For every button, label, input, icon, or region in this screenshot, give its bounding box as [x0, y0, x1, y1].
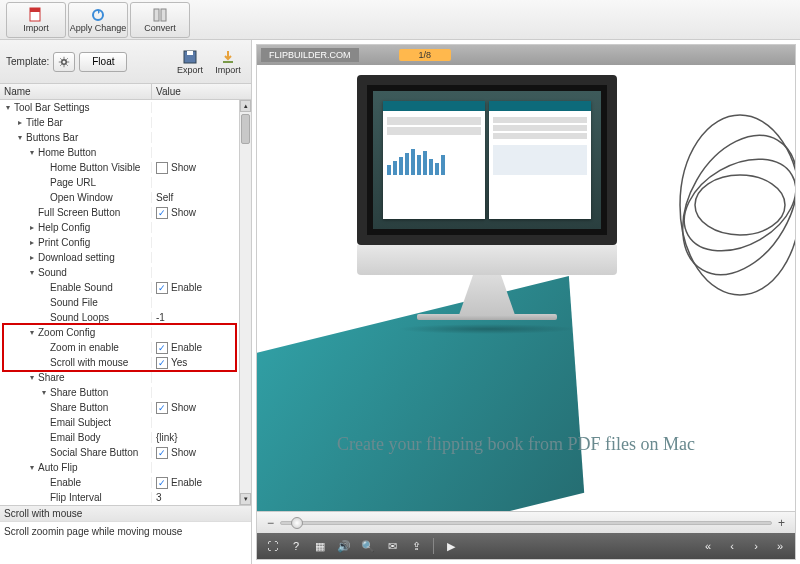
refresh-icon — [90, 7, 106, 23]
tree-row[interactable]: ▾Home Button — [0, 145, 251, 160]
import-button[interactable]: Import — [6, 2, 66, 38]
preview-toolbar: ⛶ ? ▦ 🔊 🔍 ✉ ⇪ ▶ « ‹ › » — [257, 533, 795, 559]
export-button[interactable]: Export — [173, 49, 207, 75]
tree-row[interactable]: ▾Auto Flip — [0, 460, 251, 475]
tree-row[interactable]: ▸Help Config — [0, 220, 251, 235]
tagline-text: Create your flipping book from PDF files… — [337, 434, 785, 455]
tree-row[interactable]: ▸Title Bar — [0, 115, 251, 130]
svg-rect-4 — [161, 9, 166, 21]
gear-icon — [58, 56, 70, 68]
tree-row[interactable]: ▸Print Config — [0, 235, 251, 250]
tree-row[interactable]: Sound File — [0, 295, 251, 310]
mail-icon[interactable]: ✉ — [385, 540, 399, 553]
svg-point-10 — [665, 115, 795, 295]
checkbox[interactable]: ✓ — [156, 207, 168, 219]
play-icon[interactable]: ▶ — [444, 540, 458, 553]
tree-scrollbar[interactable]: ▴ ▾ — [239, 100, 251, 505]
tree-header: Name Value — [0, 84, 251, 100]
spiral-decoration — [665, 105, 795, 305]
svg-point-5 — [62, 59, 67, 64]
brand-label: FLIPBUILDER.COM — [261, 48, 359, 62]
import-icon — [220, 49, 236, 65]
tree-row[interactable]: ▾Share — [0, 370, 251, 385]
fullscreen-icon[interactable]: ⛶ — [265, 540, 279, 552]
tree-row[interactable]: Social Share Button✓Show — [0, 445, 251, 460]
tree-row[interactable]: ▸Download setting — [0, 250, 251, 265]
checkbox[interactable]: ✓ — [156, 447, 168, 459]
template-bar: Template: Float Export Import — [0, 40, 251, 84]
zoom-slider[interactable] — [280, 521, 772, 525]
settings-tree: ▾Tool Bar Settings▸Title Bar▾Buttons Bar… — [0, 100, 251, 505]
first-page-icon[interactable]: « — [701, 540, 715, 552]
hint-body: Scroll zoomin page while moving mouse — [0, 522, 251, 564]
prev-page-icon[interactable]: ‹ — [725, 540, 739, 552]
tree-row[interactable]: Full Screen Button✓Show — [0, 205, 251, 220]
page-indicator[interactable]: 1/8 — [399, 49, 452, 61]
preview-header: FLIPBUILDER.COM 1/8 — [257, 45, 795, 65]
tree-row[interactable]: Flip Interval3 — [0, 490, 251, 505]
next-page-icon[interactable]: › — [749, 540, 763, 552]
pdf-icon — [28, 7, 44, 23]
preview-pane: FLIPBUILDER.COM 1/8 — [256, 44, 796, 560]
tree-row[interactable]: ▾Sound — [0, 265, 251, 280]
checkbox[interactable]: ✓ — [156, 402, 168, 414]
hint-title: Scroll with mouse — [0, 506, 251, 522]
tree-row[interactable]: Enable✓Enable — [0, 475, 251, 490]
tree-row[interactable]: Email Body{link} — [0, 430, 251, 445]
help-icon[interactable]: ? — [289, 540, 303, 552]
tree-row[interactable]: ▾Share Button — [0, 385, 251, 400]
svg-rect-1 — [30, 8, 40, 12]
tree-row[interactable]: Home Button VisibleShow — [0, 160, 251, 175]
checkbox[interactable]: ✓ — [156, 342, 168, 354]
template-label: Template: — [6, 56, 49, 67]
tree-row[interactable]: Page URL — [0, 175, 251, 190]
tree-row[interactable]: Scroll with mouse✓Yes — [0, 355, 251, 370]
save-icon — [182, 49, 198, 65]
svg-point-9 — [680, 115, 795, 295]
scroll-down[interactable]: ▾ — [240, 493, 251, 505]
settings-sidebar: Template: Float Export Import Name Value — [0, 40, 252, 564]
scroll-thumb[interactable] — [241, 114, 250, 144]
thumbnails-icon[interactable]: ▦ — [313, 540, 327, 553]
main-toolbar: Import Apply Change Convert — [0, 0, 800, 40]
checkbox[interactable]: ✓ — [156, 357, 168, 369]
zoom-thumb[interactable] — [291, 517, 303, 529]
checkbox[interactable]: ✓ — [156, 282, 168, 294]
convert-icon — [152, 7, 168, 23]
import-settings-button[interactable]: Import — [211, 49, 245, 75]
float-button[interactable]: Float — [79, 52, 127, 72]
zoom-out-icon[interactable]: − — [267, 516, 274, 530]
svg-point-12 — [695, 175, 785, 235]
search-icon[interactable]: 🔍 — [361, 540, 375, 553]
sound-icon[interactable]: 🔊 — [337, 540, 351, 553]
zoom-in-icon[interactable]: + — [778, 516, 785, 530]
imac-mockup — [357, 75, 617, 338]
tree-row[interactable]: Sound Loops-1 — [0, 310, 251, 325]
tree-row[interactable]: Zoom in enable✓Enable — [0, 340, 251, 355]
scroll-up[interactable]: ▴ — [240, 100, 251, 112]
checkbox[interactable]: ✓ — [156, 477, 168, 489]
apply-change-button[interactable]: Apply Change — [68, 2, 128, 38]
svg-rect-3 — [154, 9, 159, 21]
tree-row[interactable]: ▾Buttons Bar — [0, 130, 251, 145]
tree-row[interactable]: ▾Tool Bar Settings — [0, 100, 251, 115]
col-value[interactable]: Value — [152, 84, 251, 99]
tree-row[interactable]: Email Subject — [0, 415, 251, 430]
col-name[interactable]: Name — [0, 84, 152, 99]
svg-point-11 — [668, 140, 795, 269]
template-settings-button[interactable] — [53, 52, 75, 72]
svg-rect-7 — [187, 51, 193, 55]
last-page-icon[interactable]: » — [773, 540, 787, 552]
zoom-slider-bar: − + — [257, 511, 795, 533]
share-icon[interactable]: ⇪ — [409, 540, 423, 553]
convert-button[interactable]: Convert — [130, 2, 190, 38]
preview-canvas[interactable]: Create your flipping book from PDF files… — [257, 65, 795, 511]
tree-row[interactable]: Open WindowSelf — [0, 190, 251, 205]
hint-panel: Scroll with mouse Scroll zoomin page whi… — [0, 505, 251, 564]
svg-rect-8 — [223, 61, 233, 63]
tree-row[interactable]: Enable Sound✓Enable — [0, 280, 251, 295]
tree-row[interactable]: ▾Zoom Config — [0, 325, 251, 340]
tree-row[interactable]: Share Button✓Show — [0, 400, 251, 415]
checkbox[interactable] — [156, 162, 168, 174]
